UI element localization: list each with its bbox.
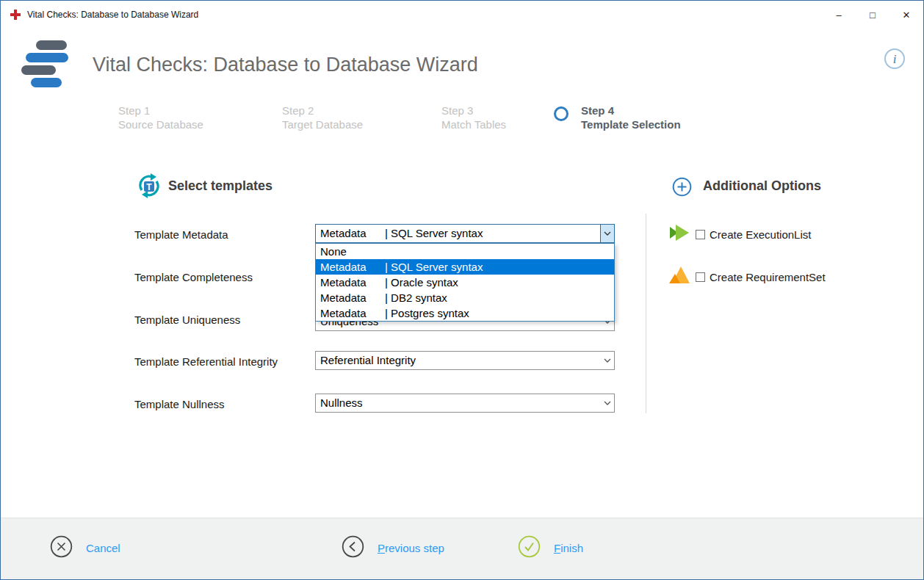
step-number: Step 3 [441,104,506,117]
select-templates-heading: Select templates [168,178,272,194]
step-2-target-database: Step 2 Target Database [282,104,363,131]
previous-step-button[interactable]: Previous step [342,535,444,561]
previous-step-label[interactable]: Previous step [378,542,444,554]
finish-button[interactable]: Finish [518,535,583,561]
create-requirement-set-label: Create RequirementSet [710,271,826,283]
chevron-down-icon[interactable] [600,352,614,369]
chevron-down-icon[interactable] [600,394,614,412]
dropdown-option-postgres[interactable]: Metadata| Postgres syntax [316,305,614,321]
back-chevron-circle-icon[interactable] [342,535,364,561]
dropdown-option-oracle[interactable]: Metadata| Oracle syntax [316,275,614,290]
plus-circle-icon [672,177,692,200]
step-name: Template Selection [581,117,681,131]
label-template-referential-integrity: Template Referential Integrity [134,355,278,368]
svg-text:i: i [893,52,897,66]
current-step-indicator-icon [554,106,569,121]
step-name: Source Database [118,117,203,131]
dropdown-option-sql-server[interactable]: Metadata| SQL Server syntax [316,259,614,275]
svg-text:T: T [146,182,152,192]
cancel-button[interactable]: Cancel [50,535,120,561]
combo-template-referential-integrity[interactable]: Referential Integrity [315,351,615,370]
requirement-set-icon [669,265,690,288]
create-execution-list-checkbox[interactable] [696,230,705,239]
combo-value-syntax: | SQL Server syntax [385,227,483,239]
footer-bar: Cancel Previous step Finish [1,518,923,579]
chevron-down-icon[interactable] [600,225,614,242]
create-requirement-set-option[interactable]: Create RequirementSet [696,271,826,283]
step-3-match-tables: Step 3 Match Tables [441,104,506,131]
metadata-dropdown-list: None Metadata| SQL Server syntax Metadat… [315,243,615,322]
finish-label[interactable]: Finish [554,542,583,554]
dropdown-option-db2[interactable]: Metadata| DB2 syntax [316,290,614,305]
combo-value: Referential Integrity [320,354,416,366]
combo-value: Nullness [320,396,363,409]
window-controls: – □ ✕ [822,1,923,29]
execution-list-icon [669,222,690,245]
step-4-template-selection: Step 4 Template Selection [581,104,681,131]
step-name: Target Database [282,117,363,131]
info-icon[interactable]: i [884,48,906,73]
app-red-cross-icon [10,9,21,23]
label-template-metadata: Template Metadata [134,228,228,241]
combo-value-name: Metadata [320,225,385,242]
combo-template-metadata[interactable]: Metadata| SQL Server syntax [315,224,615,243]
step-name: Match Tables [441,117,506,131]
step-1-source-database: Step 1 Source Database [118,104,203,131]
page-title: Vital Checks: Database to Database Wizar… [93,54,478,76]
create-execution-list-label: Create ExecutionList [710,228,811,241]
step-number: Step 2 [282,104,363,117]
cancel-circle-x-icon[interactable] [50,535,73,561]
step-number: Step 1 [118,104,203,117]
create-requirement-set-checkbox[interactable] [696,272,705,282]
logo-bar [31,78,62,87]
app-window: Vital Checks: Database to Database Wizar… [0,0,924,580]
additional-options-heading: Additional Options [703,178,821,194]
titlebar: Vital Checks: Database to Database Wizar… [1,1,923,29]
app-logo [21,40,80,89]
combo-template-nullness[interactable]: Nullness [315,394,615,413]
logo-bar [36,40,67,50]
minimize-button[interactable]: – [822,1,856,29]
logo-bar [21,65,56,75]
label-template-uniqueness: Template Uniqueness [134,313,240,326]
cancel-label[interactable]: Cancel [86,542,120,554]
window-title: Vital Checks: Database to Database Wizar… [27,10,198,20]
template-sync-icon: T [136,173,162,202]
step-number: Step 4 [581,104,681,117]
logo-bar [26,53,68,62]
vertical-divider [646,214,646,413]
create-execution-list-option[interactable]: Create ExecutionList [696,228,811,241]
finish-check-circle-icon[interactable] [518,535,541,561]
label-template-nullness: Template Nullness [134,398,225,410]
dropdown-option-none[interactable]: None [316,244,614,259]
label-template-completeness: Template Completeness [134,271,253,283]
close-button[interactable]: ✕ [889,1,923,29]
maximize-button[interactable]: □ [856,1,889,29]
